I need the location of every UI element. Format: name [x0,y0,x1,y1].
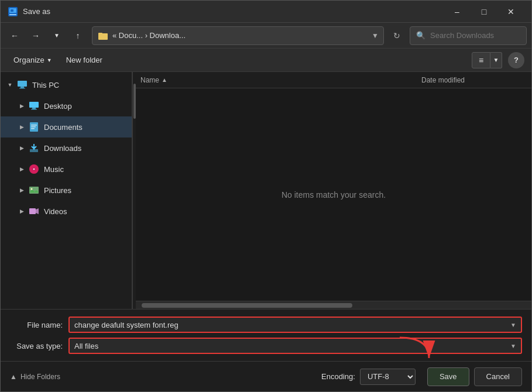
forward-button[interactable]: → [26,26,45,45]
svg-rect-11 [31,109,37,110]
close-button[interactable]: ✕ [497,2,524,21]
search-bar[interactable]: 🔍 [410,26,527,45]
dialog-icon [8,6,18,17]
title-bar: Save as – □ ✕ [1,1,531,23]
desktop-icon [28,99,40,112]
svg-rect-6 [18,81,27,87]
up-button[interactable]: ↑ [68,26,87,45]
address-dropdown-icon[interactable]: ▼ [372,32,379,40]
sidebar-item-music[interactable]: ▶ Music [1,159,132,180]
save-type-dropdown-icon[interactable]: ▼ [510,343,516,349]
help-button[interactable]: ? [508,52,524,68]
this-pc-icon [16,78,29,91]
toolbar: Organize ▼ New folder ≡ ▼ ? [1,49,531,72]
cancel-button[interactable]: Cancel [474,367,522,386]
sort-icon: ▲ [162,77,167,83]
svg-rect-14 [31,126,36,128]
folder-icon [97,30,109,42]
expand-icon-downloads: ▶ [17,143,26,153]
refresh-button[interactable]: ↻ [389,27,405,44]
sidebar-scrollbar[interactable] [132,72,136,309]
view-dropdown-button[interactable]: ▼ [490,52,502,68]
col-name-label: Name [140,76,159,84]
svg-rect-13 [31,125,37,126]
svg-point-25 [31,188,33,190]
expand-icon-pictures: ▶ [17,185,26,195]
maximize-button[interactable]: □ [471,2,497,21]
svg-marker-19 [32,147,36,149]
expand-icon-documents: ▶ [17,122,26,132]
window-controls: – □ ✕ [444,2,524,21]
new-folder-button[interactable]: New folder [60,52,108,68]
nav-bar: ← → ▼ ↑ « Docu... › Downloa... ▼ ↻ 🔍 [1,23,531,49]
file-name-row: File name: ▼ [10,317,522,333]
organize-button[interactable]: Organize ▼ [8,52,58,68]
svg-rect-26 [29,208,36,214]
encoding-label: Encoding: [321,372,355,381]
sidebar-item-videos[interactable]: ▶ Videos [1,201,132,222]
svg-rect-15 [31,128,35,129]
save-type-label: Save as type: [10,342,63,350]
save-type-input-wrap[interactable]: ▼ [68,338,522,354]
svg-rect-5 [98,33,102,35]
col-date-label: Date modified [421,76,465,84]
view-icon: ≡ [479,56,483,65]
organize-dropdown-icon: ▼ [47,57,52,63]
save-type-input[interactable] [74,342,510,350]
sidebar-item-downloads[interactable]: ▶ Downloads [1,137,132,159]
file-name-input[interactable] [74,321,510,329]
save-button[interactable]: Save [427,367,469,386]
sidebar: ▼ This PC ▶ [1,72,132,309]
file-area: Name ▲ Date modified No items match your… [136,72,531,309]
svg-rect-8 [19,88,25,89]
svg-rect-23 [29,187,39,194]
address-path: « Docu... › Downloa... [112,31,368,40]
expand-icon-music: ▶ [17,164,26,174]
address-bar[interactable]: « Docu... › Downloa... ▼ [92,26,384,45]
column-name[interactable]: Name ▲ [140,76,421,84]
horizontal-scrollbar[interactable] [136,301,531,309]
save-as-dialog: Save as – □ ✕ ← → ▼ ↑ « Docu... › Downlo… [0,0,532,392]
bottom-form: File name: ▼ Save as type: ▼ [1,309,531,361]
help-label: ? [514,56,519,64]
sidebar-label-videos: Videos [44,207,127,216]
search-input[interactable] [430,31,520,40]
view-button[interactable]: ≡ [472,52,490,68]
dialog-footer: ▲ Hide Folders Encoding: UTF-8 UTF-16 AN… [1,361,531,391]
svg-marker-27 [36,208,39,214]
sidebar-item-this-pc[interactable]: ▼ This PC [1,74,132,95]
search-icon: 🔍 [416,31,425,40]
svg-rect-16 [30,149,38,152]
sidebar-label-downloads: Downloads [44,144,127,153]
hide-folders-button[interactable]: ▲ Hide Folders [10,373,60,381]
column-date[interactable]: Date modified [421,76,527,84]
sidebar-item-pictures[interactable]: ▶ Pictures [1,180,132,201]
file-name-dropdown-icon[interactable]: ▼ [510,322,516,328]
minimize-button[interactable]: – [444,2,471,21]
h-scroll-thumb [142,303,352,308]
music-icon [28,163,40,176]
svg-rect-9 [29,102,39,108]
back-button[interactable]: ← [5,26,24,45]
encoding-select[interactable]: UTF-8 UTF-16 ANSI [360,369,416,385]
sidebar-label-music: Music [44,165,127,174]
empty-message: No items match your search. [282,190,386,200]
pictures-icon [28,184,40,197]
file-name-input-wrap[interactable]: ▼ [68,317,522,333]
videos-icon [28,205,40,218]
new-folder-label: New folder [66,56,102,64]
svg-rect-2 [9,14,16,15]
expand-icon-desktop: ▶ [17,101,26,111]
file-header: Name ▲ Date modified [136,72,531,88]
expand-icon: ▼ [5,80,15,90]
recent-locations-button[interactable]: ▼ [47,26,66,45]
svg-rect-3 [11,9,13,12]
documents-icon [28,121,40,133]
sidebar-item-documents[interactable]: ▶ Documents [1,116,132,137]
sidebar-item-desktop[interactable]: ▶ Desktop [1,95,132,116]
dialog-title: Save as [23,7,444,16]
file-list: No items match your search. [136,88,531,301]
view-controls: ≡ ▼ [472,52,502,68]
save-type-row: Save as type: ▼ [10,338,522,354]
collapse-icon: ▲ [10,373,17,381]
